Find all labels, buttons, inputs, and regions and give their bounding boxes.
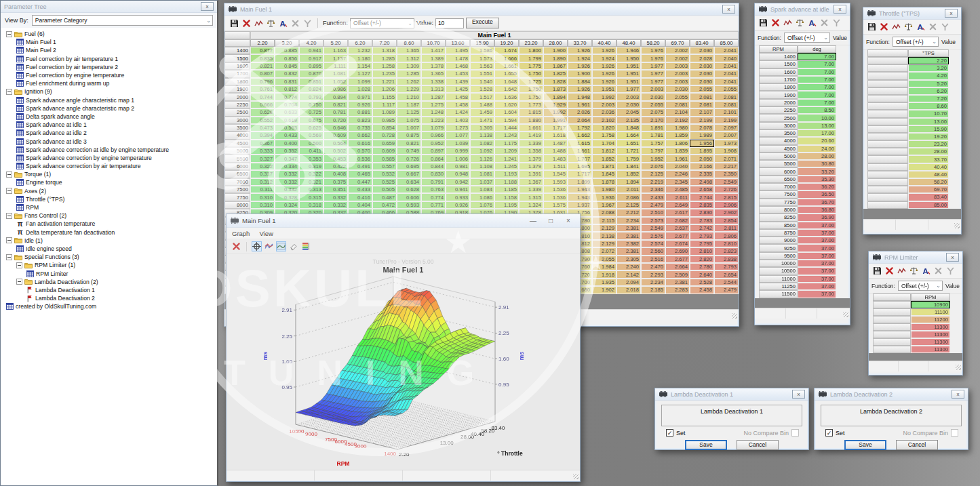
fuel-cell[interactable]: 0.552 (250, 117, 275, 124)
fuel-cell[interactable]: 2.485 (665, 186, 690, 193)
fuel-cell[interactable]: 2.050 (690, 155, 714, 162)
fuel-cell[interactable]: 1.175 (494, 140, 519, 147)
spark-table-row-header[interactable]: 6500 (759, 176, 798, 183)
fuel-cell[interactable]: 0.646 (324, 124, 348, 131)
fuel-cell[interactable]: 2.075 (641, 108, 665, 116)
thr-table-cell[interactable]: 2.20 (908, 57, 949, 64)
fuel-cell[interactable]: 0.875 (397, 131, 421, 139)
spark-table-cell[interactable]: 37.00 (798, 260, 836, 267)
fuel-cell[interactable]: 2.617 (665, 209, 690, 216)
fuel-cell[interactable]: 1.339 (519, 140, 543, 147)
fuel-cell[interactable]: 1.111 (324, 62, 348, 70)
scales-icon[interactable] (903, 22, 914, 32)
compare-icon[interactable]: A (278, 18, 288, 28)
fuel-col-header[interactable]: 6.20 (348, 39, 372, 47)
save-button[interactable]: Save (685, 440, 727, 450)
fuel-cell[interactable]: 2.576 (641, 232, 665, 239)
fuel-row-header[interactable]: 1500 (224, 54, 250, 62)
lambda2-close-icon[interactable]: x (952, 390, 964, 399)
spark-table-row-header[interactable]: 8000 (759, 206, 798, 214)
thr-table-row-header[interactable] (867, 148, 908, 155)
fuel-cell[interactable]: 1.880 (519, 117, 543, 124)
fuel-cell[interactable]: 0.877 (250, 47, 275, 54)
fuel-cell[interactable]: 2.234 (616, 217, 641, 224)
fuel-cell[interactable]: 1.976 (641, 47, 665, 54)
tree-item[interactable]: Fuel (6) (1, 30, 217, 38)
fuel-cell[interactable]: 1.573 (470, 54, 494, 62)
fuel-cell[interactable]: 1.185 (494, 186, 519, 193)
rpm-table-cell[interactable]: 11100 (911, 308, 950, 316)
fuel-cell[interactable]: 1.926 (568, 62, 592, 70)
fuel-cell[interactable]: 0.352 (275, 147, 299, 155)
fuel-row-header[interactable]: 7750 (224, 193, 250, 201)
fuel-cell[interactable]: 1.229 (397, 85, 421, 93)
spark-table-cell[interactable]: 37.00 (798, 275, 836, 283)
fuel-cell[interactable]: 2.030 (616, 101, 641, 108)
fuel-cell[interactable]: 0.926 (446, 201, 470, 209)
fuel-cell[interactable]: 0.781 (324, 108, 348, 116)
fuel-cell[interactable]: 0.609 (324, 131, 348, 139)
fuel-cell[interactable]: 0.318 (299, 201, 324, 209)
fuel-cell[interactable]: 0.981 (446, 163, 470, 170)
thr-table-header[interactable]: °TPS (908, 49, 949, 57)
fuel-cell[interactable]: 0.821 (324, 101, 348, 108)
fuel-cell[interactable]: 0.999 (446, 147, 470, 155)
fuel-cell[interactable]: 1.495 (446, 47, 470, 54)
fuel-cell[interactable]: 0.404 (348, 201, 372, 209)
fuel-cell[interactable]: 1.937 (568, 201, 592, 209)
fuel-cell[interactable]: 1.935 (592, 279, 616, 286)
fuel-cell[interactable]: 0.675 (299, 117, 324, 124)
fuel-cell[interactable]: 1.976 (641, 54, 665, 62)
close-icon[interactable]: × (564, 217, 572, 224)
fuel-cell[interactable]: 2.002 (665, 54, 690, 62)
fuel-cell[interactable]: 1.666 (494, 54, 519, 62)
fuel-cell[interactable]: 1.313 (421, 85, 446, 93)
fuel-cell[interactable]: 1.620 (494, 101, 519, 108)
fuel-cell[interactable]: 2.041 (714, 47, 739, 54)
fuel-cell[interactable]: 2.345 (665, 178, 690, 186)
fuel-cell[interactable]: 2.003 (616, 93, 641, 100)
fuel-cell[interactable]: 1.028 (348, 85, 372, 93)
fuel-cell[interactable]: 0.322 (299, 170, 324, 178)
fuel-cell[interactable]: 2.030 (690, 78, 714, 85)
fuel-cell[interactable]: 2.135 (616, 117, 641, 124)
function-dropdown[interactable]: Offset (+/-) ⌄ (784, 33, 830, 43)
fuel-cell[interactable]: 2.192 (665, 117, 690, 124)
fuel-cell[interactable]: 1.980 (592, 186, 616, 193)
fuel-cell[interactable]: 0.774 (421, 193, 446, 201)
fuel-cell[interactable]: 0.491 (348, 163, 372, 170)
scales-icon[interactable] (795, 18, 805, 28)
fuel-cell[interactable]: 0.844 (421, 163, 446, 170)
fuel-cell[interactable]: 1.956 (690, 140, 714, 147)
fuel-cell[interactable]: 2.107 (690, 108, 714, 116)
fuel-cell[interactable]: 1.089 (372, 108, 397, 116)
fuel-cell[interactable]: 2.170 (641, 117, 665, 124)
fuel-cell[interactable]: 0.332 (324, 193, 348, 201)
fuel-row-header[interactable]: 2500 (224, 108, 250, 116)
fuel-cell[interactable]: 1.636 (494, 93, 519, 100)
fuel-cell[interactable]: 1.248 (421, 108, 446, 116)
fuel-cell[interactable]: 1.273 (446, 124, 470, 131)
fuel-cell[interactable]: 2.479 (641, 201, 665, 209)
fuel-cell[interactable]: 1.977 (641, 62, 665, 70)
tree-item[interactable]: created by OldSkullTuning.com (1, 302, 217, 310)
rpm-table-cell[interactable]: 11300 (911, 346, 950, 353)
spark-table-cell[interactable]: 10.00 (798, 114, 836, 121)
fuel-cell[interactable]: 1.758 (592, 131, 616, 139)
tree-item[interactable]: Lambda Deactivation (2) (1, 278, 217, 286)
fuel-cell[interactable]: 2.030 (641, 93, 665, 100)
fuel-cell[interactable]: 1.081 (324, 70, 348, 77)
fuel-cell[interactable]: 1.127 (348, 70, 372, 77)
cancel-button[interactable]: Cancel (896, 440, 938, 450)
fuel-cell[interactable]: 1.839 (665, 147, 690, 155)
fuel-cell[interactable]: 1.285 (397, 70, 421, 77)
fuel-col-header[interactable]: 28.00 (543, 39, 568, 47)
fuel-cell[interactable]: 0.367 (250, 140, 275, 147)
resize-grip[interactable] (573, 474, 579, 479)
thr-table-row-header[interactable] (867, 201, 908, 209)
fuel-cell[interactable]: 1.873 (543, 85, 568, 93)
trace-icon[interactable] (897, 266, 907, 276)
fuel-cell[interactable]: 1.918 (592, 270, 616, 278)
fuel-cell[interactable]: 1.900 (543, 47, 568, 54)
fuel-cell[interactable]: 2.815 (714, 193, 739, 201)
